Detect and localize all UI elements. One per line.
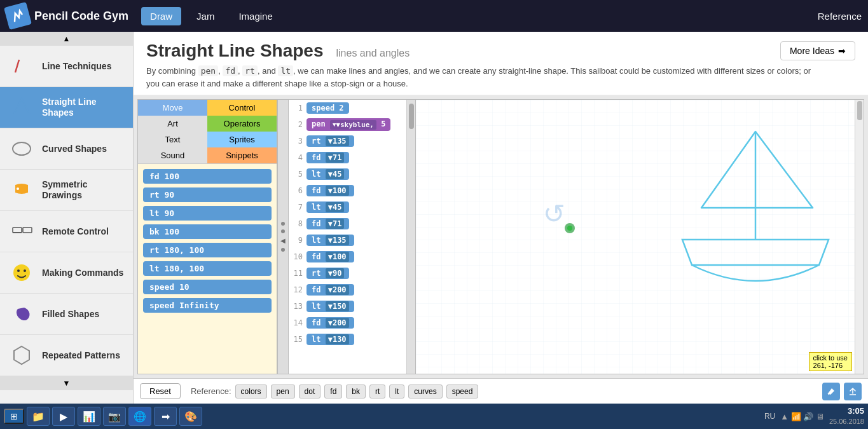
taskbar: ⊞ 📁 ▶ 📊 📷 🌐 ➡ 🎨 RU ▲ 📶 🔊 🖥 3:05 25.06.20… [0, 404, 868, 429]
taskbar-btn-5[interactable]: 🌐 [128, 407, 151, 426]
palette-cat-move[interactable]: Move [138, 100, 207, 116]
logo: Pencil Code Gym [6, 4, 128, 27]
taskbar-sys-tray: RU ▲ 📶 🔊 🖥 3:05 25.06.2018 [764, 406, 864, 426]
more-ideas-button[interactable]: More Ideas ➡ [780, 41, 855, 60]
code-block-speed2[interactable]: speed 2 [307, 102, 349, 114]
nav-jam-tab[interactable]: Jam [188, 7, 223, 25]
svg-rect-3 [13, 228, 22, 233]
sidebar-label-remote-control: Remote Control [42, 226, 109, 237]
ref-btn-speed[interactable]: speed [446, 385, 479, 398]
sidebar-item-remote-control[interactable]: Remote Control [0, 211, 133, 252]
code-lt: lt [278, 65, 293, 76]
taskbar-btn-3[interactable]: 📊 [78, 407, 100, 426]
code-block-fd100b[interactable]: fd ▼100 [307, 251, 354, 262]
curved-shapes-icon [8, 135, 36, 163]
ref-btn-lt[interactable]: lt [389, 385, 404, 398]
palette-cat-operators[interactable]: Operators [207, 116, 277, 132]
code-block-lt150[interactable]: lt ▼150 [307, 301, 354, 312]
code-block-lt130[interactable]: lt ▼130 [307, 334, 354, 345]
nav-reference[interactable]: Reference [818, 11, 862, 22]
palette-block-lt180[interactable]: lt 180, 100 [143, 261, 272, 276]
palette-block-rt[interactable]: rt 90 [143, 187, 272, 202]
canvas-scrollbar[interactable] [855, 100, 864, 374]
palette-categories: Move Control Art Operators Text Sprites … [138, 100, 277, 164]
straight-line-shapes-icon [8, 93, 36, 121]
palette-cat-text[interactable]: Text [138, 132, 207, 147]
start-icon: ⊞ [10, 411, 18, 421]
palette-block-rt180[interactable]: rt 180, 100 [143, 243, 272, 257]
palette-collapse-handle[interactable]: ◀ [277, 99, 289, 374]
page-header: Straight Line Shapes lines and angles Mo… [134, 32, 868, 95]
sidebar-item-repeated-patterns[interactable]: Repeated Patterns [0, 335, 133, 376]
code-block-fd200b[interactable]: fd ▼200 [307, 317, 354, 329]
taskbar-btn-1[interactable]: 📁 [27, 407, 50, 426]
sidebar-item-making-commands[interactable]: Making Commands [0, 252, 133, 294]
sidebar-item-line-techniques[interactable]: Line Techniques [0, 46, 133, 87]
ref-btn-bk[interactable]: bk [346, 385, 366, 398]
svg-point-1 [13, 142, 31, 155]
code-line-1: 1 speed 2 [289, 100, 406, 116]
svg-rect-4 [23, 228, 32, 233]
sidebar-item-filled-shapes[interactable]: Filled Shapes [0, 294, 133, 335]
palette-cat-art[interactable]: Art [138, 116, 207, 132]
code-line-3: 3 rt ▼135 [289, 133, 406, 149]
svg-point-5 [13, 264, 30, 281]
taskbar-btn-6[interactable]: ➡ [154, 407, 177, 426]
upload-button[interactable] [844, 383, 862, 400]
palette-block-speed10[interactable]: speed 10 [143, 280, 272, 294]
code-block-fd71[interactable]: fd ▼71 [307, 152, 349, 163]
taskbar-btn-2[interactable]: ▶ [52, 407, 75, 426]
filled-shapes-icon [8, 300, 36, 328]
palette-cat-sound[interactable]: Sound [138, 147, 207, 163]
symmetric-drawings-icon [8, 176, 36, 204]
canvas-area[interactable]: ↻ [416, 99, 864, 374]
palette-block-bk[interactable]: bk 100 [143, 224, 272, 239]
code-block-rt90[interactable]: rt ▼90 [307, 268, 349, 279]
code-line-7: 7 lt ▼45 [289, 199, 406, 215]
code-block-lt135[interactable]: lt ▼135 [307, 235, 354, 246]
palette-block-fd[interactable]: fd 100 [143, 169, 272, 184]
code-block-lt45b[interactable]: lt ▼45 [307, 201, 349, 213]
svg-point-11 [567, 226, 572, 231]
sailboat-drawing [641, 112, 851, 341]
ref-btn-pen[interactable]: pen [271, 385, 295, 398]
ref-btn-dot[interactable]: dot [299, 385, 321, 398]
sidebar-scroll-down[interactable]: ▼ [0, 376, 133, 390]
svg-marker-8 [14, 346, 29, 364]
code-line-14: 14 fd ▼200 [289, 315, 406, 331]
code-line-15: 15 lt ▼130 [289, 331, 406, 348]
code-block-rt135[interactable]: rt ▼135 [307, 135, 354, 147]
nav-draw-tab[interactable]: Draw [141, 7, 181, 25]
code-scrollbar[interactable] [406, 100, 415, 374]
reset-button[interactable]: Reset [140, 383, 181, 399]
palette-block-speed-infinity[interactable]: speed Infinity [143, 298, 272, 313]
code-line-12: 12 fd ▼200 [289, 282, 406, 298]
sidebar-scroll-up[interactable]: ▲ [0, 32, 133, 46]
palette-cat-control[interactable]: Control [207, 100, 277, 116]
sidebar-item-straight-line-shapes[interactable]: Straight Line Shapes [0, 87, 133, 128]
taskbar-start-button[interactable]: ⊞ [4, 409, 24, 424]
code-block-lt45[interactable]: lt ▼45 [307, 168, 349, 180]
taskbar-btn-4[interactable]: 📷 [103, 407, 126, 426]
palette-cat-sprites[interactable]: Sprites [207, 132, 277, 147]
sidebar-item-curved-shapes[interactable]: Curved Shapes [0, 128, 133, 170]
code-block-fd100[interactable]: fd ▼100 [307, 185, 354, 196]
code-block-fd71b[interactable]: fd ▼71 [307, 218, 349, 229]
ref-btn-curves[interactable]: curves [408, 385, 442, 398]
content-area: Straight Line Shapes lines and angles Mo… [134, 32, 868, 404]
taskbar-btn-7[interactable]: 🎨 [179, 407, 202, 426]
more-ideas-arrow-icon: ➡ [838, 46, 846, 56]
code-line-11: 11 rt ▼90 [289, 265, 406, 282]
code-block-fd200[interactable]: fd ▼200 [307, 284, 354, 296]
code-fd: fd [223, 65, 238, 76]
ref-btn-fd[interactable]: fd [324, 385, 342, 398]
palette-cat-snippets[interactable]: Snippets [207, 147, 277, 163]
ref-btn-colors[interactable]: colors [235, 385, 267, 398]
nav-imagine-tab[interactable]: Imagine [230, 7, 281, 25]
code-line-6: 6 fd ▼100 [289, 182, 406, 199]
sidebar-item-symmetric-drawings[interactable]: Symmetric Drawings [0, 170, 133, 211]
pencil-button[interactable] [822, 383, 840, 400]
palette-block-lt[interactable]: lt 90 [143, 206, 272, 221]
code-block-pen[interactable]: pen ▼skyblue, 5 [307, 118, 390, 131]
ref-btn-rt[interactable]: rt [369, 385, 385, 398]
